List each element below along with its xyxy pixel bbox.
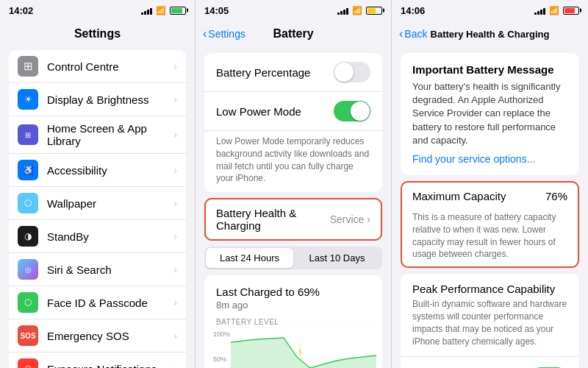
wifi-icon-2: 📶 — [352, 6, 362, 15]
important-message-group: Important Battery Message Your battery's… — [401, 53, 579, 175]
back-icon-3: ‹ — [399, 27, 403, 40]
battery-fill-3 — [564, 8, 575, 13]
wallpaper-icon: ⬡ — [18, 193, 38, 213]
standby-label: StandBy — [47, 230, 171, 243]
wallpaper-label: Wallpaper — [47, 197, 171, 210]
y-axis: 100% 50% 0% — [204, 328, 231, 368]
back-button-3[interactable]: ‹ Back — [399, 27, 427, 40]
low-power-note: Low Power Mode temporarily reduces backg… — [204, 131, 382, 192]
homescreen-icon: ⊞ — [18, 124, 38, 145]
signal-bar-1 — [337, 13, 340, 15]
faceid-label: Face ID & Passcode — [47, 297, 171, 309]
control-center-label: Control Centre — [47, 60, 171, 73]
low-power-row: Low Power Mode — [204, 92, 382, 131]
faceid-icon: ⬡ — [18, 292, 38, 313]
nav-title-2: Battery — [273, 27, 313, 40]
status-icons-3: 📶 — [534, 6, 579, 15]
accessibility-label: Accessibility — [47, 164, 171, 177]
siri-label: Siri & Search — [47, 263, 171, 276]
time-2: 14:05 — [204, 5, 229, 16]
display-icon: ☀ — [18, 89, 38, 110]
find-service-link[interactable]: Find your service options... — [412, 153, 567, 165]
chevron-icon: › — [173, 93, 177, 105]
health-charging-group: Battery Health & Charging Service › — [204, 198, 382, 241]
battery-chart-svg — [231, 328, 376, 368]
nav-bar-3: ‹ Back Battery Health & Charging — [392, 21, 588, 47]
toggle-thumb — [334, 63, 354, 82]
y-label-100: 100% — [213, 330, 228, 338]
settings-item-homescreen[interactable]: ⊞ Home Screen & App Library › — [9, 116, 186, 154]
peak-performance-text: Built-in dynamic software and hardware s… — [412, 298, 567, 347]
exposure-label: Exposure Notifications — [47, 363, 171, 369]
last-charged: Last Charged to 69% — [204, 283, 382, 300]
battery-fill-2 — [368, 8, 376, 13]
y-label-50: 50% — [213, 355, 228, 363]
tab-10d[interactable]: Last 10 Days — [293, 248, 381, 268]
settings-item-siri[interactable]: ◎ Siri & Search › — [9, 253, 186, 286]
nav-bar-2: ‹ Settings Battery — [196, 21, 391, 47]
status-bar-1: 14:02 📶 — [0, 0, 195, 21]
time-3: 14:06 — [401, 5, 425, 16]
chevron-icon: › — [173, 230, 177, 242]
time-1: 14:02 — [9, 5, 33, 16]
chevron-icon: › — [173, 129, 177, 141]
panel-health: 14:06 📶 ‹ Back Battery Health & Charging… — [392, 0, 588, 368]
nav-title-1: Settings — [74, 27, 121, 40]
battery-percentage-toggle[interactable] — [334, 62, 370, 82]
settings-group-1: ⊞ Control Centre › ☀ Display & Brightnes… — [9, 50, 186, 368]
settings-item-sos[interactable]: SOS Emergency SOS › — [9, 319, 186, 353]
battery-settings-group: Battery Percentage Low Power Mode Low Po… — [204, 53, 382, 192]
panel-battery: 14:05 📶 ‹ Settings Battery Battery Perce… — [196, 0, 392, 368]
wifi-icon-3: 📶 — [549, 6, 559, 15]
health-charging-label: Battery Health & Charging — [216, 207, 330, 232]
display-label: Display & Brightness — [47, 93, 171, 106]
signal-icon-2 — [337, 6, 348, 15]
signal-bar-3 — [147, 10, 149, 15]
battery-level-label: BATTERY LEVEL — [204, 315, 382, 328]
important-title: Important Battery Message — [412, 63, 567, 76]
chevron-icon: › — [173, 197, 177, 209]
status-bar-2: 14:05 📶 — [196, 0, 391, 21]
settings-item-control-center[interactable]: ⊞ Control Centre › — [9, 50, 186, 83]
back-label-2: Settings — [208, 28, 245, 40]
important-text: Your battery's health is significantly d… — [412, 80, 567, 147]
signal-bar-4 — [150, 8, 152, 15]
signal-bar-3 — [540, 10, 542, 15]
low-power-toggle[interactable] — [334, 101, 370, 121]
tab-24h-label: Last 24 Hours — [220, 252, 279, 263]
battery-fill-1 — [171, 8, 182, 13]
chevron-icon: › — [173, 330, 177, 342]
status-bar-3: 14:06 📶 — [392, 0, 588, 21]
nav-bar-1: Settings — [0, 21, 195, 47]
settings-item-exposure[interactable]: ◎ Exposure Notifications › — [9, 353, 186, 368]
max-capacity-group: Maximum Capacity 76% This is a measure o… — [401, 181, 579, 268]
health-content: Important Battery Message Your battery's… — [392, 47, 588, 368]
settings-item-wallpaper[interactable]: ⬡ Wallpaper › — [9, 187, 186, 220]
battery-icon-2 — [366, 7, 382, 15]
settings-item-faceid[interactable]: ⬡ Face ID & Passcode › — [9, 286, 186, 319]
tab-24h[interactable]: Last 24 Hours — [206, 248, 293, 268]
settings-item-display[interactable]: ☀ Display & Brightness › — [9, 83, 186, 116]
signal-bar-1 — [141, 13, 143, 15]
chevron-icon: › — [173, 164, 177, 176]
sos-label: Emergency SOS — [47, 330, 171, 342]
homescreen-label: Home Screen & App Library — [47, 122, 171, 147]
health-charging-row[interactable]: Battery Health & Charging Service › — [204, 198, 382, 241]
tab-buttons: Last 24 Hours Last 10 Days — [204, 247, 382, 269]
sos-icon: SOS — [18, 325, 38, 346]
wifi-icon: 📶 — [156, 6, 166, 15]
signal-bar-2 — [144, 11, 146, 15]
settings-item-standby[interactable]: ◑ StandBy › — [9, 220, 186, 253]
max-capacity-value: 76% — [545, 190, 567, 202]
low-power-label: Low Power Mode — [216, 105, 301, 118]
settings-item-accessibility[interactable]: ♿ Accessibility › — [9, 154, 186, 187]
health-sections-group: Peak Performance Capability Built-in dyn… — [401, 274, 579, 368]
chevron-icon: › — [173, 263, 177, 275]
signal-bar-4 — [346, 8, 348, 15]
accessibility-icon: ♿ — [18, 160, 38, 180]
capacity-note: This is a measure of battery capacity re… — [401, 211, 579, 268]
settings-list: ⊞ Control Centre › ☀ Display & Brightnes… — [0, 47, 195, 368]
back-button-2[interactable]: ‹ Settings — [203, 27, 245, 40]
exposure-icon: ◎ — [18, 358, 38, 368]
toggle-thumb-2 — [351, 102, 370, 121]
